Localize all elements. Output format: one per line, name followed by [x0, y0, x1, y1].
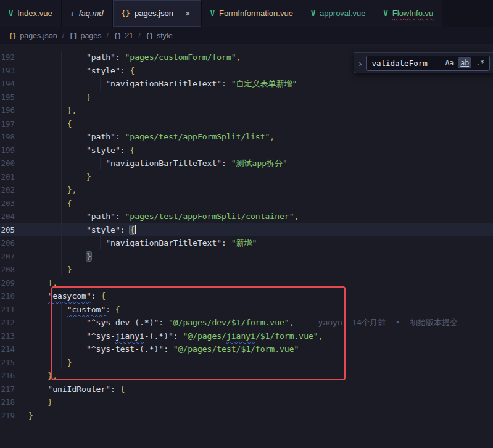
tab-pages-json[interactable]: {}pages.json×: [113, 0, 202, 27]
code-token: :: [120, 66, 130, 75]
indent-guide: [81, 91, 81, 104]
code-token: :: [222, 79, 231, 88]
line-content: "style": {: [28, 223, 136, 237]
code-line[interactable]: 196 },: [0, 104, 493, 117]
line-number: 210: [0, 289, 28, 303]
breadcrumb-item-style[interactable]: {}style: [146, 31, 173, 40]
code-token: "@/pages/test/$1/form.vue": [173, 344, 299, 354]
code-token: "新增": [231, 238, 257, 247]
close-tab-icon[interactable]: ×: [183, 9, 193, 18]
toggle-replace-chevron-icon[interactable]: ›: [358, 58, 362, 68]
line-content: {: [28, 197, 72, 210]
code-token: "navigationBarTitleText": [106, 79, 222, 88]
code-line[interactable]: 197 {: [0, 117, 493, 131]
code-token: [28, 278, 48, 288]
code-line[interactable]: 206 "navigationBarTitleText": "新增": [0, 236, 493, 250]
code-line[interactable]: 199 "style": {: [0, 144, 493, 157]
code-line[interactable]: 203 {: [0, 197, 493, 210]
code-token: ,: [270, 132, 275, 141]
code-token: "^sys-test-(.*)": [86, 344, 164, 354]
breadcrumb-item-pages-json[interactable]: {}pages.json: [9, 31, 57, 40]
match-case-toggle[interactable]: Aa: [442, 57, 456, 68]
code-token: jianyi: [115, 331, 144, 341]
indent-guide: [61, 104, 62, 117]
line-content: "style": {: [28, 64, 135, 78]
indent-guide: [61, 117, 62, 131]
find-input[interactable]: validateForm Aa ab .*: [366, 56, 490, 71]
code-token: }: [67, 265, 72, 274]
code-token: [28, 397, 48, 407]
code-line[interactable]: 215 }: [0, 356, 493, 370]
tab-faq-md[interactable]: ↓faq.md: [62, 0, 113, 27]
code-line[interactable]: 209 ],: [0, 276, 493, 290]
line-number: 199: [0, 144, 28, 157]
breadcrumb-label: pages: [80, 31, 101, 40]
code-token: ,: [294, 212, 299, 221]
code-token: [28, 132, 86, 141]
code-token: ,: [236, 52, 241, 62]
line-content: },: [28, 369, 57, 383]
code-token: "pages/test/appFormSplit/container": [125, 212, 294, 221]
code-token: },: [48, 371, 57, 380]
code-lines: 192 "path": "pages/customForm/form",193 …: [0, 44, 493, 422]
code-line[interactable]: 218 }: [0, 396, 493, 409]
code-line[interactable]: 214 "^sys-test-(.*)": "@/pages/test/$1/f…: [0, 342, 493, 356]
line-number: 197: [0, 117, 28, 131]
code-line[interactable]: 205 "style": {: [0, 223, 493, 237]
code-editor[interactable]: 192 "path": "pages/customForm/form",193 …: [0, 44, 493, 448]
code-token: [28, 93, 86, 102]
breadcrumb-separator: /: [138, 31, 140, 40]
code-token: "path": [86, 132, 115, 141]
code-line[interactable]: 219}: [0, 409, 493, 423]
tab-index-vue[interactable]: VIndex.vue: [0, 0, 62, 27]
code-line[interactable]: 204 "path": "pages/test/appFormSplit/con…: [0, 210, 493, 223]
code-token: :: [110, 384, 120, 394]
regex-toggle[interactable]: .*: [473, 57, 487, 68]
code-line[interactable]: 217 "uniIdRouter": {: [0, 383, 493, 396]
line-content: }: [28, 250, 91, 263]
line-content: "navigationBarTitleText": "测试app拆分": [28, 157, 288, 170]
code-token: -(.*)": [144, 331, 173, 341]
vue-icon: V: [210, 9, 215, 18]
indent-guide: [81, 170, 81, 184]
code-line[interactable]: 202 },: [0, 183, 493, 197]
tab-flowinfo-vu[interactable]: VFlowInfo.vu: [375, 0, 443, 27]
code-line[interactable]: 211 "custom": {: [0, 303, 493, 317]
code-line[interactable]: 212 "^sys-dev-(.*)": "@/pages/dev/$1/for…: [0, 316, 493, 330]
code-token: {: [120, 384, 125, 394]
line-number: 203: [0, 197, 28, 210]
tab-forminformation-vue[interactable]: VFormInformation.vue: [202, 0, 302, 27]
tab-approval-vue[interactable]: Vapproval.vue: [302, 0, 375, 27]
tab-label: faq.md: [79, 9, 104, 18]
line-number: 208: [0, 263, 28, 276]
indent-guide: [61, 51, 62, 64]
whole-word-toggle[interactable]: ab: [458, 57, 471, 68]
line-number: 213: [0, 330, 28, 343]
breadcrumb-item-21[interactable]: {}21: [114, 31, 133, 40]
code-token: jianyi: [226, 331, 255, 341]
indent-guide: [100, 77, 101, 91]
code-token: "自定义表单新增": [231, 79, 297, 88]
line-content: }: [28, 170, 91, 184]
breadcrumb-item-pages[interactable]: []pages: [69, 31, 101, 40]
code-token: }: [86, 93, 91, 102]
code-line[interactable]: 216 },: [0, 369, 493, 383]
code-line[interactable]: 208 }: [0, 263, 493, 276]
code-line[interactable]: 207 }: [0, 250, 493, 263]
line-content: }: [28, 396, 52, 409]
code-token: :: [159, 318, 168, 327]
code-line[interactable]: 198 "path": "pages/test/appFormSplit/lis…: [0, 130, 493, 144]
code-token: [28, 291, 48, 301]
code-token: :: [115, 212, 125, 221]
indent-guide: [61, 236, 62, 250]
code-line[interactable]: 194 "navigationBarTitleText": "自定义表单新增": [0, 77, 493, 91]
code-line[interactable]: 213 "^sys-jianyi-(.*)": "@/pages/jianyi/…: [0, 330, 493, 343]
code-line[interactable]: 210 "easycom": {: [0, 289, 493, 303]
line-number: 211: [0, 303, 28, 317]
line-number: 192: [0, 51, 28, 64]
tab-label: approval.vue: [320, 9, 365, 18]
line-number: 198: [0, 130, 28, 144]
code-line[interactable]: 201 }: [0, 170, 493, 184]
code-line[interactable]: 195 }: [0, 91, 493, 104]
code-line[interactable]: 200 "navigationBarTitleText": "测试app拆分": [0, 157, 493, 170]
